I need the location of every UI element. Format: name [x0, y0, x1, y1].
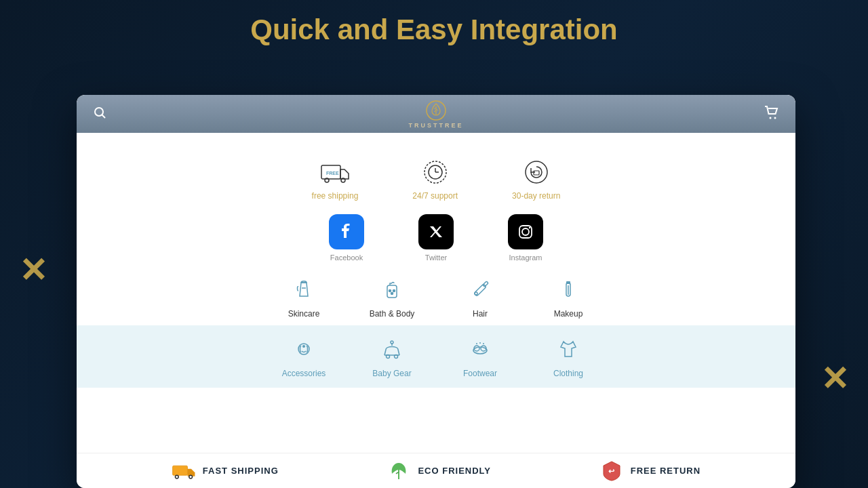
category-bath-body[interactable]: Bath & Body	[348, 275, 436, 319]
cart-icon[interactable]	[764, 106, 779, 123]
main-content: FREE free shipping 24/7 support	[77, 133, 795, 401]
svg-point-46	[176, 476, 178, 478]
svg-line-1	[102, 115, 106, 118]
badge-fast-shipping: FAST SHIPPING	[172, 459, 279, 483]
support-label: 24/7 support	[412, 191, 458, 201]
logo-text: TRUSTTREE	[409, 122, 464, 129]
svg-point-4	[774, 117, 776, 119]
category-row-1: Skincare Bath & Body	[97, 268, 775, 325]
hair-label: Hair	[473, 309, 488, 319]
eco-friendly-badge-label: ECO FRIENDLY	[418, 466, 491, 476]
svg-point-22	[391, 293, 393, 295]
return-label: 30-day return	[512, 191, 560, 201]
support-icon	[420, 157, 450, 187]
makeup-icon	[554, 275, 583, 304]
title-part1: Quick and	[250, 14, 396, 45]
footwear-icon	[466, 335, 494, 363]
facebook-icon	[329, 214, 364, 249]
svg-point-20	[389, 290, 391, 292]
clothing-label: Clothing	[553, 369, 583, 378]
svg-point-16	[522, 228, 529, 235]
svg-point-35	[395, 355, 398, 359]
facebook-label: Facebook	[330, 253, 363, 262]
bath-body-label: Bath & Body	[370, 309, 415, 319]
svg-rect-27	[566, 281, 570, 284]
svg-line-31	[384, 350, 386, 355]
svg-rect-44	[172, 466, 187, 475]
free-shipping-label: free shipping	[312, 191, 359, 201]
svg-point-13	[526, 161, 547, 183]
browser-navbar: TRUSTTREE	[77, 95, 795, 133]
category-skincare[interactable]: Skincare	[260, 275, 348, 319]
instagram-label: Instagram	[509, 253, 542, 262]
svg-rect-14	[534, 171, 539, 175]
feature-support: 24/7 support	[412, 157, 458, 201]
category-hair[interactable]: Hair	[436, 275, 524, 319]
svg-point-17	[529, 227, 530, 228]
baby-gear-label: Baby Gear	[372, 369, 411, 378]
bath-body-icon	[378, 275, 406, 304]
social-facebook[interactable]: Facebook	[329, 214, 364, 262]
return-icon	[521, 157, 551, 187]
svg-point-37	[391, 341, 393, 344]
footwear-label: Footwear	[463, 369, 497, 378]
category-row-2-highlight: Accessories Baby Gear	[77, 325, 795, 388]
baby-gear-icon	[378, 335, 406, 363]
title-part2: Easy Integration	[396, 14, 618, 45]
free-shipping-icon: FREE	[320, 157, 350, 187]
free-return-badge-label: FREE RETURN	[631, 466, 701, 476]
social-instagram[interactable]: Instagram	[508, 214, 543, 262]
feature-return: 30-day return	[512, 157, 560, 201]
hair-icon	[466, 275, 494, 304]
x-left-decoration: ✕	[19, 251, 47, 290]
svg-text:FREE: FREE	[326, 171, 339, 176]
page-title: Quick and Easy Integration	[0, 14, 868, 46]
badge-free-return: ↩ FREE RETURN	[599, 459, 701, 483]
svg-point-0	[95, 108, 103, 116]
logo: TRUSTTREE	[409, 100, 464, 129]
category-footwear[interactable]: Footwear	[436, 335, 524, 378]
svg-line-32	[398, 350, 399, 355]
social-row: Facebook Twitter Instagr	[97, 207, 775, 268]
feature-free-shipping: FREE free shipping	[312, 157, 359, 201]
clothing-icon	[554, 335, 583, 363]
browser-window: TRUSTTREE FREE	[77, 95, 795, 488]
svg-point-25	[475, 292, 477, 295]
accessories-label: Accessories	[282, 369, 326, 378]
accessories-icon	[290, 335, 318, 363]
badge-eco-friendly: ECO FRIENDLY	[387, 459, 491, 483]
eco-friendly-badge-icon	[387, 459, 411, 483]
fast-shipping-badge-icon	[172, 459, 196, 483]
social-twitter[interactable]: Twitter	[418, 214, 454, 262]
category-clothing[interactable]: Clothing	[524, 335, 612, 378]
svg-point-34	[387, 355, 390, 359]
features-row: FREE free shipping 24/7 support	[97, 146, 775, 207]
svg-point-3	[770, 117, 772, 119]
category-baby-gear[interactable]: Baby Gear	[348, 335, 436, 378]
svg-text:↩: ↩	[608, 467, 615, 475]
category-accessories[interactable]: Accessories	[260, 335, 348, 378]
makeup-label: Makeup	[554, 309, 583, 319]
bottom-badges: FAST SHIPPING ECO FRIENDLY ↩ FREE RETUR	[77, 453, 795, 488]
svg-point-21	[393, 290, 395, 292]
twitter-label: Twitter	[425, 253, 447, 262]
twitter-icon	[418, 214, 454, 249]
instagram-icon	[508, 214, 543, 249]
svg-point-48	[189, 476, 191, 478]
skincare-label: Skincare	[288, 309, 320, 319]
x-right-decoration: ✕	[821, 359, 849, 399]
fast-shipping-badge-label: FAST SHIPPING	[203, 466, 279, 476]
title-area: Quick and Easy Integration	[0, 14, 868, 46]
category-makeup[interactable]: Makeup	[524, 275, 612, 319]
svg-rect-24	[483, 281, 488, 287]
free-return-badge-icon: ↩	[599, 459, 624, 483]
svg-point-30	[302, 345, 305, 348]
search-icon[interactable]	[93, 106, 106, 123]
skincare-icon	[290, 275, 318, 304]
